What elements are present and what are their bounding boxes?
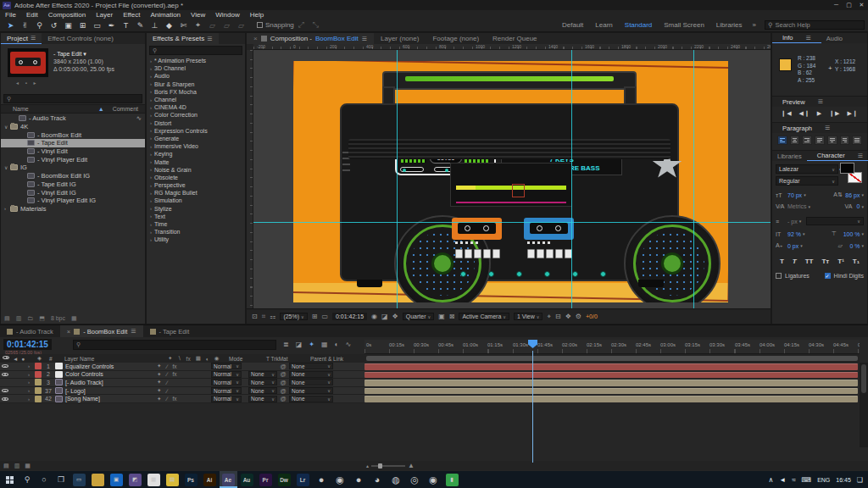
start-button[interactable] — [0, 471, 19, 488]
taskbar-search-icon[interactable]: ⚲ — [19, 475, 36, 484]
tool-icon[interactable]: ✄ — [176, 21, 191, 30]
minimize-button[interactable]: ─ — [830, 2, 843, 8]
quality-switch[interactable]: ∕ — [166, 388, 167, 394]
composition-mini-flowchart-icon[interactable]: ≣ — [283, 341, 289, 348]
stroke-style-dropdown[interactable]: ∨ — [806, 217, 864, 225]
tool-icon[interactable]: ↺ — [47, 21, 61, 30]
hide-shy-layers-icon[interactable]: ✦ — [309, 341, 314, 348]
project-item[interactable]: - Audio Track ∿ — [1, 114, 145, 123]
camera-dropdown[interactable]: Active Camera ∨ — [459, 313, 509, 320]
snap-icon-1[interactable]: ⤢ — [294, 20, 309, 30]
language-indicator[interactable]: ENG — [817, 477, 830, 483]
menu-item[interactable]: Effect — [118, 11, 145, 19]
tab-paragraph[interactable]: Paragraph☰ — [772, 123, 840, 133]
tool-icon[interactable]: T — [119, 21, 133, 30]
timeline-icon[interactable]: ❖ — [565, 313, 571, 320]
taskbar-app-icon[interactable]: ▮ — [446, 474, 459, 486]
tool-icon[interactable]: ▣ — [61, 21, 75, 30]
effect-category[interactable]: ›* Animation Presets — [147, 57, 245, 64]
thumbnail-controls[interactable]: ◂ ▪ ▸ — [16, 80, 38, 86]
tab-character[interactable]: Character☰ — [807, 151, 868, 161]
layer-expand-chevron[interactable]: › — [28, 372, 35, 377]
column-comment[interactable]: Comment — [113, 106, 145, 112]
taskbar-app-icon[interactable]: ● — [353, 474, 365, 486]
taskbar-app-icon[interactable] — [92, 474, 104, 486]
layer-row[interactable]: › 3 [- Audio Track] ✦ ∕ Normal∨ None∨ @ … — [0, 379, 364, 387]
layer-color-chip[interactable] — [35, 387, 42, 394]
trkmat-dropdown[interactable]: None∨ — [248, 387, 277, 394]
draft-3d-icon[interactable]: ◪ — [296, 341, 303, 348]
motion-blur-icon[interactable]: ◐ — [335, 341, 339, 348]
layer-bar-row[interactable] — [364, 371, 860, 380]
footer-icon[interactable]: 8 bpc — [51, 315, 65, 322]
blend-mode-dropdown[interactable]: Normal∨ — [211, 379, 242, 385]
font-style-dropdown[interactable]: Regular∨ — [776, 176, 838, 186]
taskbar-app-icon[interactable]: ▣ — [110, 474, 123, 486]
last-frame-button[interactable]: ▶❙ — [847, 110, 858, 117]
layer-name[interactable]: [- Logo] — [65, 388, 157, 394]
justify-all-button[interactable] — [852, 136, 862, 145]
project-item[interactable]: - Vinyl Edit IG — [1, 188, 145, 197]
task-view-icon[interactable]: ❐ — [53, 475, 70, 484]
timeline-zoom-slider[interactable]: ▴ ▲ — [366, 462, 415, 469]
work-area-bar[interactable] — [364, 354, 860, 363]
folder-chevron[interactable]: ∨ — [4, 164, 10, 170]
workspace-tab[interactable]: Small Screen — [664, 21, 704, 29]
quality-switch[interactable]: ∕ — [166, 396, 167, 402]
pickwhip-icon[interactable]: @ — [277, 396, 289, 402]
layer-bar-row[interactable] — [364, 379, 860, 387]
selected-item-name[interactable]: - Tape Edit ▾ — [53, 50, 114, 58]
project-item[interactable]: ∨ 4K — [1, 123, 145, 131]
leading-value[interactable]: 86 px — [845, 192, 860, 198]
layer-expand-chevron[interactable]: › — [28, 363, 35, 369]
collapse-switch[interactable]: ✦ — [157, 396, 161, 402]
horizontal-guide[interactable] — [253, 222, 771, 223]
previous-frame-button[interactable]: ◀❙ — [799, 110, 810, 117]
footer-icon[interactable]: ▥ — [16, 315, 22, 322]
collapse-switch[interactable]: ✦ — [157, 387, 161, 394]
viewer-timecode[interactable]: 0:01:42:15 — [332, 313, 367, 320]
resolution-dropdown[interactable]: Quarter ∨ — [403, 313, 434, 320]
quality-switch[interactable]: ∕ — [166, 380, 167, 385]
stroke-width-value[interactable]: - px — [787, 219, 798, 225]
workspace-tab[interactable]: Default — [562, 21, 583, 29]
tab-effect-controls[interactable]: Effect Controls (none) — [42, 33, 120, 44]
taskbar-app-icon[interactable]: ◉ — [334, 474, 347, 486]
effect-category[interactable]: ›Blur & Sharpen — [147, 80, 245, 88]
menu-item[interactable]: Composition — [43, 11, 91, 19]
magnification-dropdown[interactable]: (25%) ∨ — [280, 313, 307, 320]
layer-color-chip[interactable] — [35, 379, 42, 385]
footer-icon[interactable]: ▦ — [71, 315, 77, 322]
layer-visibility-toggle[interactable] — [2, 373, 8, 376]
layer-color-chip[interactable] — [35, 371, 42, 378]
tab-footage[interactable]: Footage (none) — [426, 33, 486, 44]
effect-category[interactable]: ›RG Magic Bullet — [147, 189, 245, 197]
viewer-icon-2[interactable]: ⌗ — [262, 313, 266, 321]
cortana-icon[interactable]: ○ — [36, 475, 53, 484]
justify-last-left-button[interactable] — [815, 136, 825, 145]
tab-libraries[interactable]: Libraries — [772, 151, 807, 161]
snap-icon-2[interactable]: ⤡ — [309, 20, 323, 30]
current-timecode[interactable]: 0:01:42:15 — [3, 339, 52, 350]
layer-color-chip[interactable] — [35, 396, 42, 402]
justify-last-center-button[interactable] — [827, 136, 837, 145]
hindi-digits-checkbox[interactable]: ✓ — [825, 273, 831, 279]
composition-viewport[interactable]: 00:39 7 KEYSIN THAT FUTURE BASS — [253, 50, 771, 308]
snapping-checkbox[interactable] — [257, 22, 263, 28]
project-search-input[interactable] — [14, 96, 139, 102]
subscript-button[interactable]: T₁ — [850, 258, 862, 265]
network-icon[interactable]: ≈ — [792, 476, 795, 484]
workspace-tab[interactable]: Learn — [595, 21, 612, 29]
taskbar-app-icon[interactable]: Ps — [185, 474, 198, 486]
fast-preview-icon[interactable]: ⊟ — [555, 313, 561, 320]
parent-dropdown[interactable]: None∨ — [289, 387, 333, 394]
effect-category[interactable]: ›Generate — [147, 135, 245, 142]
pickwhip-icon[interactable]: @ — [277, 371, 289, 377]
parent-link-header[interactable]: Parent & Link — [310, 356, 343, 362]
playhead-line[interactable] — [532, 351, 533, 463]
tool-icon[interactable]: ⚲ — [32, 21, 47, 30]
tab-boombox-edit-comp[interactable]: × - BoomBox Edit☰ — [60, 325, 143, 337]
frame-blending-icon[interactable]: ▦ — [321, 341, 328, 348]
footer-icon[interactable]: 🗀 — [27, 315, 33, 322]
effect-category[interactable]: ›Time — [147, 220, 245, 228]
